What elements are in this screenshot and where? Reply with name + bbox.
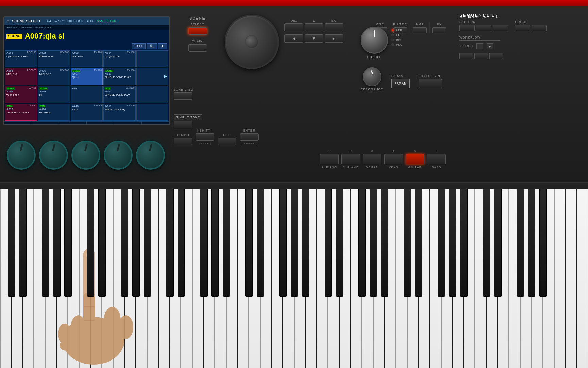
teal-knob-3[interactable] xyxy=(71,141,100,170)
shift-button[interactable] xyxy=(196,133,214,141)
down-button[interactable]: ▼ xyxy=(305,34,323,43)
scene-cell[interactable] xyxy=(136,50,168,67)
scene-cell[interactable]: LEV:100A001symphony orches xyxy=(5,50,37,67)
black-key[interactable] xyxy=(517,189,524,297)
white-key[interactable] xyxy=(566,189,576,368)
zone-view-button[interactable] xyxy=(174,92,192,100)
teal-knob-4[interactable] xyxy=(104,141,133,170)
white-key[interactable] xyxy=(554,189,565,368)
black-key[interactable] xyxy=(302,189,309,297)
black-key[interactable] xyxy=(121,189,129,297)
black-key[interactable] xyxy=(415,189,423,297)
black-key[interactable] xyxy=(166,189,174,297)
scene-cell[interactable]: LEV:100PTNA012SINGLE ZONE PLAY xyxy=(103,86,135,103)
scene-cell[interactable]: LEV:65A015Big X xyxy=(71,104,103,121)
black-key[interactable] xyxy=(223,189,230,297)
scene-cell[interactable] xyxy=(136,104,168,121)
pattern-btn-1[interactable] xyxy=(459,25,475,31)
black-key[interactable] xyxy=(494,189,502,297)
black-key[interactable] xyxy=(245,189,253,297)
jog-wheel[interactable] xyxy=(225,15,279,69)
scene-cell[interactable]: LEV:320A005MIDI 1-8 xyxy=(5,68,37,85)
scene-cell[interactable]: LEV:100A004gu yong zhe xyxy=(103,50,135,67)
scene-cell[interactable]: LEV:100A016Single Tone Play xyxy=(103,104,135,121)
scene-cell[interactable]: LEV:65PTNA013Tramonto a Osaka xyxy=(5,104,37,121)
enter-button[interactable] xyxy=(240,133,259,141)
cat-button-bass[interactable] xyxy=(427,154,446,164)
teal-knob-1[interactable] xyxy=(7,141,36,170)
black-key[interactable] xyxy=(98,189,106,297)
search-button[interactable]: 🔍 xyxy=(147,43,157,49)
left-button[interactable]: ◄ xyxy=(284,34,303,43)
black-key[interactable] xyxy=(460,189,468,297)
group-btn-1[interactable] xyxy=(515,25,530,31)
lpf-option[interactable]: LPF xyxy=(391,29,403,32)
black-key[interactable] xyxy=(53,189,61,297)
scene-cell[interactable]: LEV:100A002fifteen moon xyxy=(38,50,70,67)
black-key[interactable] xyxy=(257,189,264,297)
black-key[interactable] xyxy=(279,189,287,297)
hpf-option[interactable]: HPF xyxy=(391,33,403,37)
scene-cell[interactable]: LEV:100SONGA008SINGLE ZONE PLAY xyxy=(103,68,135,85)
amp-button[interactable] xyxy=(413,27,427,33)
black-key[interactable] xyxy=(528,189,536,297)
scene-cell[interactable]: LEV:100A003lead solo xyxy=(71,50,103,67)
black-key[interactable] xyxy=(381,189,389,297)
scene-cell[interactable] xyxy=(136,86,168,103)
cat-button-keys[interactable] xyxy=(384,154,403,164)
black-key[interactable] xyxy=(8,189,15,297)
trrec-play-btn[interactable]: ► xyxy=(487,43,493,49)
scene-cell[interactable]: LEV:100SONGA007Qia si xyxy=(71,68,103,85)
trrec-stop-btn[interactable] xyxy=(476,43,483,49)
black-key[interactable] xyxy=(370,189,377,297)
screen-right-arrow[interactable]: ► xyxy=(163,73,168,79)
resonance-knob[interactable] xyxy=(363,67,381,86)
black-key[interactable] xyxy=(358,189,366,297)
inc-button[interactable] xyxy=(325,23,343,31)
seq-btn-3[interactable] xyxy=(489,53,503,59)
up-button[interactable] xyxy=(305,23,323,31)
black-key[interactable] xyxy=(483,189,490,297)
cat-button-organ[interactable] xyxy=(363,154,381,164)
param-button[interactable]: PARAM xyxy=(391,79,410,88)
black-key[interactable] xyxy=(19,189,27,297)
teal-knob-2[interactable] xyxy=(39,141,68,170)
black-key[interactable] xyxy=(438,189,445,297)
exit-button[interactable] xyxy=(218,138,236,145)
black-key[interactable] xyxy=(404,189,411,297)
star-button[interactable]: ★ xyxy=(158,43,167,49)
scene-cell[interactable]: PTNA014BD-Grand xyxy=(38,104,70,121)
scene-cell[interactable]: LEV:100A006MIDI 9-16 xyxy=(38,68,70,85)
single-tone-button[interactable] xyxy=(174,121,192,128)
black-key[interactable] xyxy=(87,189,95,297)
black-key[interactable] xyxy=(132,189,140,297)
cat-button-guitar[interactable] xyxy=(406,154,424,164)
pkg-option[interactable]: PKG xyxy=(391,43,403,46)
white-key[interactable] xyxy=(577,189,588,368)
black-key[interactable] xyxy=(178,189,185,297)
filter-type-button[interactable] xyxy=(419,79,442,88)
black-key[interactable] xyxy=(42,189,49,297)
cat-button-a.-piano[interactable] xyxy=(320,154,339,164)
cutoff-knob[interactable] xyxy=(361,27,388,54)
right-button[interactable]: ► xyxy=(325,34,343,43)
select-button[interactable] xyxy=(188,27,207,35)
menu-icon[interactable]: ≡ xyxy=(6,18,9,24)
black-key[interactable] xyxy=(449,189,456,297)
scene-cell[interactable]: LEV:65SONGA009yuan shen xyxy=(5,86,37,103)
teal-knob-5[interactable] xyxy=(136,141,165,170)
black-key[interactable] xyxy=(291,189,298,297)
black-key[interactable] xyxy=(200,189,208,297)
keyboard-keys[interactable] xyxy=(0,189,588,368)
black-key[interactable] xyxy=(325,189,332,297)
pattern-btn-2[interactable] xyxy=(476,25,491,31)
group-btn-2[interactable] xyxy=(532,25,547,31)
black-key[interactable] xyxy=(64,189,72,297)
scene-cell[interactable]: A011 xyxy=(71,86,103,103)
dec-button[interactable] xyxy=(284,23,303,31)
black-key[interactable] xyxy=(211,189,219,297)
chain-button[interactable] xyxy=(188,44,207,52)
fx-button[interactable] xyxy=(432,27,446,33)
scene-cell[interactable]: SONGA010str xyxy=(38,86,70,103)
bpf-option[interactable]: BPF xyxy=(391,38,403,42)
